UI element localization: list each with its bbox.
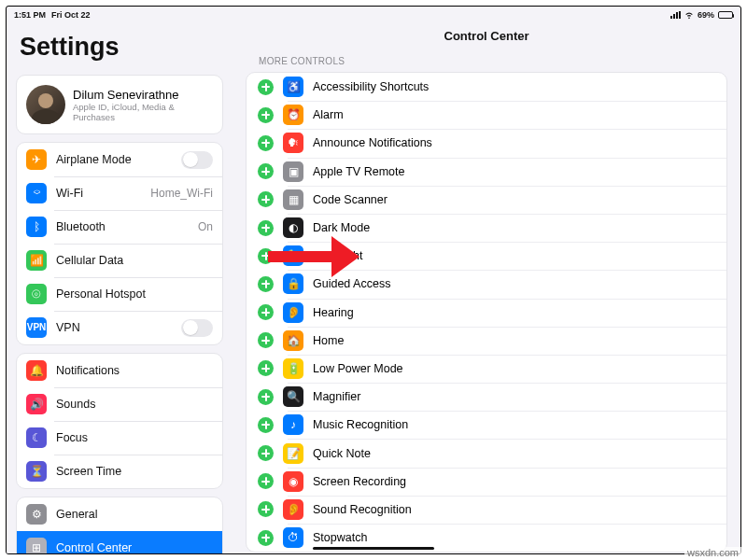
home-indicator[interactable] <box>313 547 434 551</box>
sidebar-item-label: Wi-Fi <box>56 187 145 200</box>
control-row-screenrec[interactable]: ◉Screen Recording <box>247 468 726 496</box>
more-controls-list: ♿Accessibility Shortcuts ⏰Alarm 🗣Announc… <box>246 72 727 553</box>
control-label: Flashlight <box>313 249 363 262</box>
add-button[interactable] <box>258 473 274 489</box>
sidebar-item-airplane[interactable]: ✈ Airplane Mode <box>17 143 222 176</box>
control-row-appletv[interactable]: ▣Apple TV Remote <box>247 158 726 186</box>
sidebar-item-sounds[interactable]: 🔊 Sounds <box>17 387 222 421</box>
sidebar-item-label: Airplane Mode <box>56 153 181 166</box>
control-center-icon: ⊞ <box>26 538 47 553</box>
sidebar-group-alerts: 🔔 Notifications 🔊 Sounds ☾ Focus ⏳ Scree… <box>16 353 223 489</box>
airplane-toggle[interactable] <box>181 151 213 169</box>
control-row-scanner[interactable]: ▦Code Scanner <box>247 186 726 214</box>
control-label: Home <box>313 334 344 347</box>
control-row-hearing[interactable]: 👂Hearing <box>247 299 726 327</box>
control-row-accessibility[interactable]: ♿Accessibility Shortcuts <box>247 73 726 101</box>
status-bar: 1:51 PM Fri Oct 22 69% <box>7 7 740 23</box>
sounds-icon: 🔊 <box>26 394 47 414</box>
sidebar-item-general[interactable]: ⚙ General <box>17 497 222 531</box>
sidebar-item-wifi[interactable]: ⌔ Wi-Fi Home_Wi-Fi <box>17 176 222 210</box>
sidebar-group-connectivity: ✈ Airplane Mode ⌔ Wi-Fi Home_Wi-Fi ᛒ Blu… <box>16 142 223 345</box>
sidebar-item-label: Sounds <box>56 398 213 411</box>
vpn-icon: VPN <box>26 317 47 338</box>
sidebar-item-hotspot[interactable]: ⦾ Personal Hotspot <box>17 277 222 311</box>
sidebar-item-vpn[interactable]: VPN VPN <box>17 311 222 344</box>
control-row-quicknote[interactable]: 📝Quick Note <box>247 439 726 467</box>
control-row-alarm[interactable]: ⏰Alarm <box>247 101 726 129</box>
control-row-flashlight[interactable]: 🔦Flashlight <box>247 242 726 270</box>
profile-subtitle: Apple ID, iCloud, Media & Purchases <box>73 102 213 122</box>
add-button[interactable] <box>258 530 274 546</box>
control-label: Announce Notifications <box>313 136 432 149</box>
profile-name: Dilum Senevirathne <box>73 88 213 102</box>
bluetooth-value: On <box>198 220 213 233</box>
add-button[interactable] <box>258 445 274 461</box>
main-panel: Control Center MORE CONTROLS ♿Accessibil… <box>233 23 740 553</box>
profile-card[interactable]: Dilum Senevirathne Apple ID, iCloud, Med… <box>16 75 223 134</box>
sidebar-item-label: Cellular Data <box>56 254 213 267</box>
control-label: Apple TV Remote <box>313 165 404 178</box>
control-label: Sound Recognition <box>313 503 412 516</box>
hearing-icon: 👂 <box>283 302 303 323</box>
add-button[interactable] <box>258 417 274 433</box>
control-row-lowpower[interactable]: 🔋Low Power Mode <box>247 355 726 383</box>
sidebar-item-cellular[interactable]: 📶 Cellular Data <box>17 244 222 277</box>
cellular-icon: 📶 <box>26 250 47 271</box>
darkmode-icon: ◐ <box>283 217 303 238</box>
add-button[interactable] <box>258 332 274 348</box>
screentime-icon: ⏳ <box>26 461 47 482</box>
add-button[interactable] <box>258 220 274 236</box>
add-button[interactable] <box>258 276 274 292</box>
stopwatch-icon: ⏱ <box>283 527 303 548</box>
control-label: Screen Recording <box>313 475 406 488</box>
add-button[interactable] <box>258 191 274 207</box>
bluetooth-icon: ᛒ <box>26 217 47 237</box>
control-label: Hearing <box>313 306 354 319</box>
general-icon: ⚙ <box>26 504 47 525</box>
hotspot-icon: ⦾ <box>26 284 47 304</box>
control-row-guided[interactable]: 🔒Guided Access <box>247 270 726 298</box>
watermark: wsxdn.com <box>684 547 741 558</box>
vpn-toggle[interactable] <box>181 319 213 337</box>
sidebar: Settings Dilum Senevirathne Apple ID, iC… <box>7 23 233 553</box>
add-button[interactable] <box>258 360 274 376</box>
wifi-value: Home_Wi-Fi <box>150 187 213 200</box>
add-button[interactable] <box>258 107 274 123</box>
control-row-magnifier[interactable]: 🔍Magnifier <box>247 383 726 411</box>
musicrec-icon: ♪ <box>283 414 303 435</box>
control-label: Music Recognition <box>313 418 408 431</box>
sidebar-item-screentime[interactable]: ⏳ Screen Time <box>17 455 222 488</box>
control-row-home[interactable]: 🏠Home <box>247 327 726 355</box>
add-button[interactable] <box>258 501 274 517</box>
cellular-signal-icon <box>670 11 681 19</box>
control-label: Code Scanner <box>313 193 388 206</box>
soundrec-icon: 👂 <box>283 499 303 520</box>
wifi-icon: ⌔ <box>26 183 47 203</box>
sidebar-item-label: Control Center <box>56 541 213 553</box>
home-icon: 🏠 <box>283 330 303 351</box>
add-button[interactable] <box>258 248 274 264</box>
sidebar-item-notifications[interactable]: 🔔 Notifications <box>17 354 222 387</box>
add-button[interactable] <box>258 163 274 179</box>
add-button[interactable] <box>258 389 274 405</box>
appletv-icon: ▣ <box>283 161 303 182</box>
add-button[interactable] <box>258 304 274 320</box>
control-row-musicrec[interactable]: ♪Music Recognition <box>247 411 726 439</box>
sidebar-item-focus[interactable]: ☾ Focus <box>17 421 222 455</box>
control-row-darkmode[interactable]: ◐Dark Mode <box>247 214 726 242</box>
control-row-soundrec[interactable]: 👂Sound Recognition <box>247 496 726 524</box>
control-label: Dark Mode <box>313 221 370 234</box>
control-label: Magnifier <box>313 390 360 403</box>
add-button[interactable] <box>258 79 274 95</box>
accessibility-icon: ♿ <box>283 77 303 97</box>
control-label: Accessibility Shortcuts <box>313 80 429 93</box>
control-label: Alarm <box>313 108 344 121</box>
battery-icon <box>718 11 733 19</box>
focus-icon: ☾ <box>26 427 47 448</box>
add-button[interactable] <box>258 135 274 151</box>
main-title: Control Center <box>233 23 740 52</box>
sidebar-item-bluetooth[interactable]: ᛒ Bluetooth On <box>17 210 222 244</box>
control-label: Stopwatch <box>313 531 367 544</box>
control-row-announce[interactable]: 🗣Announce Notifications <box>247 129 726 157</box>
sidebar-item-control-center[interactable]: ⊞ Control Center <box>17 531 222 553</box>
